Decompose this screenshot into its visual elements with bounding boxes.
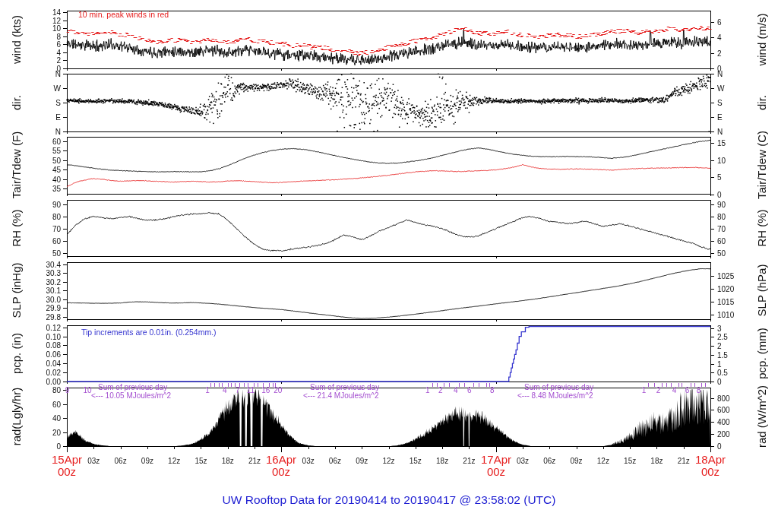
axis-title-dir-left: dir. [10,95,23,110]
solar-sum-day3: Sum of previous day <--- 8.48 MJoules/m^… [524,383,593,400]
day-time: 00z [52,466,82,478]
rain-tip-note: Tip increments are 0.01in. (0.254mm.) [81,328,217,337]
axis-title-tair-f: Tair/Tdew (F) [10,131,23,198]
axis-title-slp-inhg: SLP (inHg) [10,262,23,318]
weather-plot-canvas [0,0,778,532]
day-date: 15Apr [52,454,82,466]
day-time: 00z [266,466,296,478]
x-axis-day-label: 16Apr 00z [266,454,296,478]
solar-sum-label: Sum of previous day [98,383,171,391]
day-date: 16Apr [266,454,296,466]
solar-sum-value: <--- 21.4 MJoules/m^2 [303,391,379,400]
figure-title: UW Rooftop Data for 20190414 to 20190417… [0,493,778,507]
x-axis-day-label: 17Apr 00z [481,454,511,478]
solar-sum-label: Sum of previous day [310,383,379,391]
axis-title-tair-c: Tair/Tdew (C) [755,131,768,199]
axis-title-pcp-in: pcp. (in) [10,333,23,374]
axis-title-wind-kts: wind (kts) [10,15,23,64]
day-date: 18Apr [695,454,726,466]
axis-title-wind-ms: wind (m/s) [755,13,768,65]
solar-sum-day1: Sum of previous day <--- 10.05 MJoules/m… [98,383,171,400]
solar-sum-label: Sum of previous day [524,383,593,391]
axis-title-rh-right: RH (%) [755,209,768,246]
axis-title-slp-hpa: SLP (hPa) [755,264,768,317]
day-date: 17Apr [481,454,511,466]
solar-sum-value: <--- 10.05 MJoules/m^2 [91,391,171,400]
uw-rooftop-weather-figure: wind (kts) dir. Tair/Tdew (F) RH (%) SLP… [0,0,778,532]
day-time: 00z [481,466,511,478]
axis-title-rad-wm2: rad (W/m^2) [755,385,768,448]
x-axis-day-label: 18Apr 00z [695,454,726,478]
solar-sum-value: <--- 8.48 MJoules/m^2 [517,391,593,400]
axis-title-pcp-mm: pcp. (mm) [755,328,768,379]
x-axis-day-label: 15Apr 00z [52,454,82,478]
day-time: 00z [695,466,726,478]
solar-sum-day2: Sum of previous day <--- 21.4 MJoules/m^… [310,383,379,400]
axis-title-dir-right: dir. [755,95,768,110]
axis-title-rad-ly: rad(Lgly/hr) [10,388,23,446]
axis-title-rh-left: RH (%) [10,209,23,246]
peak-wind-note: 10 min. peak winds in red [78,10,169,19]
